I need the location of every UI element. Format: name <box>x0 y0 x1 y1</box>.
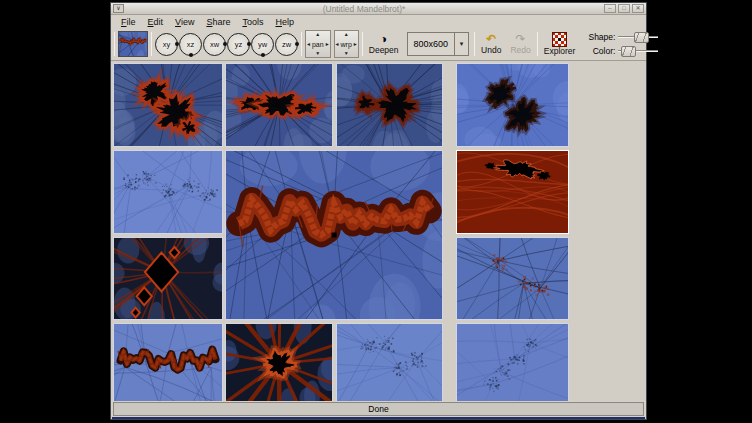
toolbar: xyxzxwyzywzw ▲ ◄ pan ► ▼ ▲ ◄ wrp ► ▼ <box>111 28 646 61</box>
rotate-dial-xz[interactable]: xz <box>179 33 202 56</box>
fractal-thumbnail-r1c1[interactable] <box>113 63 223 147</box>
dial-label-xy: xy <box>163 40 171 49</box>
explorer-mutation-grid <box>111 61 646 401</box>
deepen-button[interactable]: ◑ Deepen <box>366 30 402 59</box>
menu-view[interactable]: View <box>169 17 200 27</box>
rotate-dial-xw[interactable]: xw <box>203 33 226 56</box>
explorer-grid-icon <box>552 32 567 47</box>
fractal-thumbnail-r4c2[interactable] <box>225 323 333 401</box>
menu-help[interactable]: Help <box>269 17 300 27</box>
desktop-background: ∨ (Untitled Mandelbrot)* – □ ✕ FileEditV… <box>0 0 752 423</box>
toolbar-separator <box>362 32 363 56</box>
toolbar-separator <box>301 32 302 56</box>
warp-right-arrow-icon[interactable]: ► <box>353 42 358 47</box>
pan-label: pan <box>312 41 324 48</box>
rotate-dial-yw[interactable]: yw <box>251 33 274 56</box>
rotate-dial-yz[interactable]: yz <box>227 33 250 56</box>
warp-down-arrow-icon[interactable]: ▼ <box>344 51 349 56</box>
color-slider-thumb[interactable] <box>621 46 636 57</box>
color-label: Color: <box>581 46 615 56</box>
close-button[interactable]: ✕ <box>632 4 644 13</box>
pan-right-arrow-icon[interactable]: ► <box>325 42 330 47</box>
menubar: FileEditViewShareToolsHelp <box>111 15 646 28</box>
current-fractal-preview <box>118 31 148 57</box>
undo-button[interactable]: ↶ Undo <box>478 30 504 59</box>
maximize-button[interactable]: □ <box>618 4 630 13</box>
toolbar-separator <box>474 32 475 56</box>
shape-value: 61.3 <box>661 32 684 42</box>
fractal-thumbnail-r2c1[interactable] <box>113 150 223 234</box>
toolbar-separator <box>537 32 538 56</box>
shape-label: Shape: <box>581 32 615 42</box>
fractal-preview-center[interactable] <box>225 150 443 320</box>
window-title: (Untitled Mandelbrot)* <box>124 4 604 14</box>
warp-left-arrow-icon[interactable]: ◄ <box>335 42 340 47</box>
redo-button[interactable]: ↷ Redo <box>507 30 533 59</box>
status-bar: Done <box>113 402 644 416</box>
fractal-thumbnail-r1c3[interactable] <box>336 63 443 147</box>
minimize-button[interactable]: – <box>604 4 616 13</box>
size-select-value: 800x600 <box>408 33 455 55</box>
window-bottom-accent <box>112 417 645 419</box>
shape-slider[interactable] <box>618 32 658 43</box>
rotate-dial-zw[interactable]: zw <box>275 33 298 56</box>
dial-label-xw: xw <box>210 40 219 49</box>
window-menu-icon[interactable]: ∨ <box>113 4 124 13</box>
menu-file[interactable]: File <box>115 17 142 27</box>
menu-edit[interactable]: Edit <box>142 17 170 27</box>
fractal-thumbnail-r3c1[interactable] <box>113 237 223 320</box>
pan-down-arrow-icon[interactable]: ▼ <box>315 51 320 56</box>
size-select[interactable]: 800x600 ▾ <box>407 32 470 56</box>
pan-pad[interactable]: ▲ ◄ pan ► ▼ <box>305 30 331 58</box>
shape-color-controls: Shape: 61.3 Color: 11.8 <box>581 31 686 58</box>
dial-label-xz: xz <box>187 40 195 49</box>
chevron-down-icon[interactable]: ▾ <box>454 33 468 55</box>
pan-up-arrow-icon[interactable]: ▲ <box>315 32 320 37</box>
explorer-toggle-button[interactable]: Explorer <box>541 30 579 59</box>
pan-left-arrow-icon[interactable]: ◄ <box>306 42 311 47</box>
status-text: Done <box>368 404 388 414</box>
titlebar[interactable]: ∨ (Untitled Mandelbrot)* – □ ✕ <box>111 3 646 15</box>
dial-angle-dot <box>189 53 193 57</box>
app-window: ∨ (Untitled Mandelbrot)* – □ ✕ FileEditV… <box>110 2 647 420</box>
dial-angle-dot <box>295 42 299 46</box>
toolbar-grip[interactable] <box>114 32 115 56</box>
color-slider[interactable] <box>618 46 658 57</box>
fractal-thumbnail-r3c4[interactable] <box>456 237 569 320</box>
fractal-thumbnail-r1c2[interactable] <box>225 63 333 147</box>
warp-pad[interactable]: ▲ ◄ wrp ► ▼ <box>334 30 359 58</box>
fractal-thumbnail-r4c3[interactable] <box>336 323 443 401</box>
rotate-dial-xy[interactable]: xy <box>155 33 178 56</box>
fractal-thumbnail-r4c4[interactable] <box>456 323 569 401</box>
menu-share[interactable]: Share <box>200 17 236 27</box>
fractal-thumbnail-r4c1[interactable] <box>113 323 223 401</box>
rotation-dials-group: xyxzxwyzywzw <box>155 33 298 56</box>
toolbar-separator <box>151 32 152 56</box>
dial-label-yz: yz <box>235 40 243 49</box>
shape-slider-thumb[interactable] <box>634 32 649 43</box>
dial-angle-dot <box>261 53 265 57</box>
dial-label-yw: yw <box>258 40 267 49</box>
color-value: 11.8 <box>661 46 684 56</box>
warp-label: wrp <box>341 41 352 48</box>
fractal-thumbnail-r2c4[interactable] <box>456 150 569 234</box>
dial-label-zw: zw <box>282 40 291 49</box>
warp-up-arrow-icon[interactable]: ▲ <box>344 32 349 37</box>
fractal-thumbnail-r1c4[interactable] <box>456 63 569 147</box>
menu-tools[interactable]: Tools <box>236 17 269 27</box>
